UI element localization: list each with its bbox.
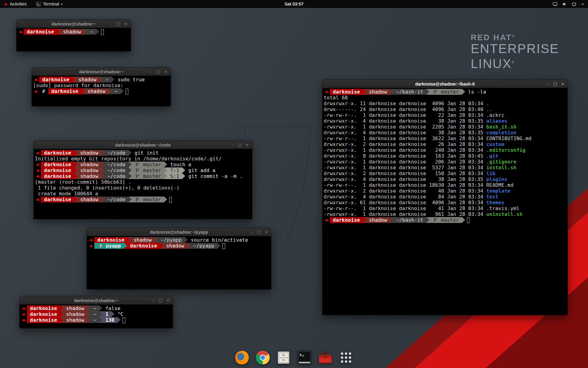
titlebar[interactable]: darknoise@shadow:~/code–□× xyxy=(34,141,252,149)
minimize-button[interactable]: – xyxy=(251,230,253,234)
terminal-text: uninstall.sh xyxy=(486,211,522,217)
window-title: darknoise@shadow:~ xyxy=(51,21,96,26)
fedora-icon xyxy=(88,243,94,249)
terminal-text: darknoise xyxy=(41,167,74,173)
maximize-button[interactable]: □ xyxy=(238,143,242,147)
terminal-line: drwxrwxr-x. 61 darknoise darknoise 4096 … xyxy=(324,200,567,205)
powerline-arrow xyxy=(84,29,87,35)
fedora-icon xyxy=(33,88,39,94)
powerline-arrow xyxy=(462,89,465,95)
titlebar[interactable]: darknoise@shadow:~/bash-it–□× xyxy=(322,80,567,88)
close-button[interactable]: × xyxy=(561,82,564,86)
titlebar[interactable]: darknoise@shadow:~–□× xyxy=(32,67,171,76)
minimize-button[interactable]: – xyxy=(150,70,153,74)
powerline-arrow xyxy=(99,305,102,311)
terminal-content[interactable]: darknoise shadow ~/pyapp source bin/acti… xyxy=(87,236,271,289)
powerline-arrow xyxy=(426,89,429,95)
terminal-content[interactable]: darknoise shadow ~ sudo true[sudo] passw… xyxy=(32,76,171,106)
terminal-text: darknoise xyxy=(48,88,81,94)
terminal-text: drwxrwxr-x. 4 darknoise darknoise 38 Jan… xyxy=(324,176,486,182)
dock-item-chrome[interactable] xyxy=(255,350,271,366)
terminal-text xyxy=(132,162,135,167)
terminal-text: darknoise xyxy=(330,89,363,95)
terminal-content[interactable]: darknoise shadow ~ false darknoise shado… xyxy=(20,305,173,328)
terminal-window-home-1[interactable]: darknoise@shadow:~–□× darknoise shadow ~ xyxy=(17,20,131,51)
dock-item-app-grid[interactable] xyxy=(338,350,354,366)
window-title: darknoise@shadow:~/bash-it xyxy=(415,82,475,86)
terminal-window-code[interactable]: darknoise@shadow:~/code–□× darknoise sha… xyxy=(34,141,252,219)
powerline-arrow xyxy=(160,243,163,249)
close-button[interactable]: × xyxy=(246,143,249,147)
terminal-content[interactable]: darknoise shadow ~/bash-it master ls -la… xyxy=(322,88,567,315)
close-button[interactable]: × xyxy=(164,70,168,74)
terminal-text: shadow xyxy=(77,173,101,179)
fedora-icon xyxy=(324,89,330,95)
close-button[interactable]: × xyxy=(124,22,128,26)
terminal-content[interactable]: darknoise shadow ~ xyxy=(17,28,131,51)
terminal-text: ~/bash-it xyxy=(393,217,426,223)
terminal-line: darknoise shadow ~/code master ?:1 git a… xyxy=(35,167,252,173)
terminal-text: source bin/activate xyxy=(188,237,248,243)
maximize-button[interactable]: □ xyxy=(156,70,160,74)
terminal-text: darknoise xyxy=(94,237,127,243)
powerline-arrow xyxy=(60,311,63,317)
activities-button[interactable]: Activities xyxy=(0,0,30,8)
terminal-line: drwxrwxr-x. 4 darknoise darknoise 38 Jan… xyxy=(324,176,567,182)
minimize-button[interactable]: – xyxy=(153,298,155,302)
maximize-button[interactable]: □ xyxy=(117,22,120,26)
terminal-text: sudo true xyxy=(115,77,145,82)
system-tray[interactable] xyxy=(552,0,588,8)
dock-item-terminal[interactable] xyxy=(296,350,312,366)
terminal-text: git init xyxy=(132,150,159,156)
powerline-arrow xyxy=(111,77,115,82)
volume-icon[interactable] xyxy=(562,2,567,7)
maximize-button[interactable]: □ xyxy=(159,298,162,302)
fedora-icon xyxy=(35,197,41,202)
terminal-window-home-3[interactable]: darknoise@shadow:~–□× darknoise shadow ~… xyxy=(20,296,173,328)
dock-item-files[interactable] xyxy=(276,350,292,366)
terminal-window-bash-it[interactable]: darknoise@shadow:~/bash-it–□× darknoise … xyxy=(322,80,567,315)
maximize-button[interactable]: □ xyxy=(257,230,261,234)
dock-item-firefox[interactable] xyxy=(234,350,250,366)
powerline-arrow xyxy=(164,173,167,179)
minimize-button[interactable]: – xyxy=(232,143,234,147)
clock[interactable]: Sat 03:57 xyxy=(285,2,303,6)
terminal-text: create mode 100644 a xyxy=(35,191,98,197)
power-icon[interactable] xyxy=(571,2,577,7)
terminal-text: ls -la xyxy=(465,89,486,95)
terminal-content[interactable]: darknoise shadow ~/code git initInitiali… xyxy=(34,149,252,219)
chevron-down-icon: ▾ xyxy=(61,2,62,6)
powerline-arrow xyxy=(99,311,102,317)
minimize-button[interactable]: – xyxy=(547,82,549,86)
fedora-icon xyxy=(21,317,27,323)
terminal-line: -rw-rw-r--. 1 darknoise darknoise 18630 … xyxy=(324,182,567,188)
terminal-text: S:1 xyxy=(167,173,182,179)
terminal-line: darknoise shadow ~/code master xyxy=(35,197,252,202)
terminal-text: drwxrwxr-x. 8 darknoise darknoise 163 Ja… xyxy=(324,153,486,159)
close-button[interactable]: × xyxy=(166,298,170,302)
close-button[interactable]: × xyxy=(265,230,268,234)
titlebar[interactable]: darknoise@shadow:~–□× xyxy=(17,20,131,28)
terminal-window-pyapp[interactable]: darknoise@shadow:~/pyapp–□× darknoise sh… xyxy=(87,228,271,289)
screen-icon[interactable] xyxy=(552,2,558,7)
terminal-line: darknoise shadow ~/bash-it master xyxy=(324,217,567,223)
terminal-line: total 68 xyxy=(324,95,567,101)
chevron-down-icon[interactable] xyxy=(581,2,584,6)
titlebar[interactable]: darknoise@shadow:~/pyapp–□× xyxy=(87,228,271,236)
window-controls: –□× xyxy=(232,141,249,149)
terminal-text: drwxrwxr-x. 2 darknoise darknoise 40 Jan… xyxy=(324,188,486,194)
powerline-arrow xyxy=(87,311,90,317)
terminal-window-home-2[interactable]: darknoise@shadow:~–□× darknoise shadow ~… xyxy=(32,67,171,106)
terminal-line: darknoise shadow ~ 1 ^C xyxy=(21,311,173,317)
minimize-button[interactable]: – xyxy=(111,22,113,26)
terminal-text: darknoise xyxy=(41,197,74,202)
fedora-icon xyxy=(35,150,41,156)
terminal-text: drwxrwxr-x. 4 darknoise darknoise 38 Jan… xyxy=(324,118,486,124)
dock-item-toolbox[interactable] xyxy=(317,350,333,366)
terminal-text: ~/bash-it xyxy=(393,89,426,95)
app-menu-terminal[interactable]: Terminal ▾ xyxy=(33,0,66,8)
titlebar[interactable]: darknoise@shadow:~–□× xyxy=(20,296,173,305)
maximize-button[interactable]: □ xyxy=(553,82,557,86)
powerline-arrow xyxy=(74,162,77,167)
powerline-arrow xyxy=(81,88,85,94)
